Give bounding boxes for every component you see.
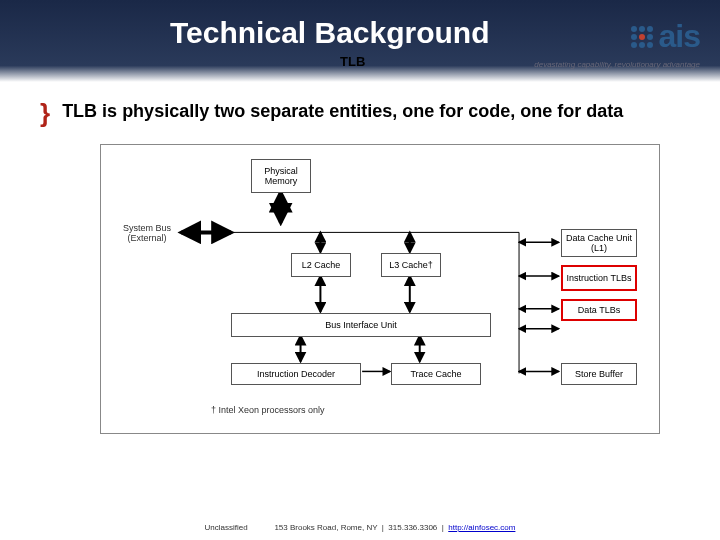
page-subtitle: TLB xyxy=(340,54,365,69)
slide-footer: Unclassified 153 Brooks Road, Rome, NY |… xyxy=(0,523,720,532)
box-bus-interface-unit: Bus Interface Unit xyxy=(231,313,491,337)
classification-label: Unclassified xyxy=(205,523,248,532)
bullet-point: } TLB is physically two separate entitie… xyxy=(40,100,680,126)
logo-dots-icon xyxy=(631,26,653,48)
box-data-tlbs: Data TLBs xyxy=(561,299,637,321)
slide-content: } TLB is physically two separate entitie… xyxy=(0,82,720,434)
slide-header: Technical Background TLB ais devastating… xyxy=(0,0,720,82)
diagram-footnote: † Intel Xeon processors only xyxy=(211,405,325,415)
page-title: Technical Background xyxy=(170,16,490,50)
box-data-cache-unit: Data Cache Unit (L1) xyxy=(561,229,637,257)
box-instruction-tlbs: Instruction TLBs xyxy=(561,265,637,291)
logo-text: ais xyxy=(659,18,700,55)
bullet-brace-icon: } xyxy=(40,100,50,126)
architecture-diagram: Physical Memory System Bus (External) L2… xyxy=(100,144,660,434)
company-tagline: devastating capability, revolutionary ad… xyxy=(534,60,700,69)
bullet-text: TLB is physically two separate entities,… xyxy=(62,100,623,126)
footer-phone: 315.336.3306 xyxy=(388,523,437,532)
label-system-bus: System Bus (External) xyxy=(117,223,177,243)
box-l3-cache: L3 Cache† xyxy=(381,253,441,277)
box-l2-cache: L2 Cache xyxy=(291,253,351,277)
footer-link[interactable]: http://ainfosec.com xyxy=(448,523,515,532)
box-instruction-decoder: Instruction Decoder xyxy=(231,363,361,385)
footer-address: 153 Brooks Road, Rome, NY xyxy=(274,523,377,532)
box-trace-cache: Trace Cache xyxy=(391,363,481,385)
box-physical-memory: Physical Memory xyxy=(251,159,311,193)
box-store-buffer: Store Buffer xyxy=(561,363,637,385)
company-logo: ais xyxy=(631,18,700,55)
